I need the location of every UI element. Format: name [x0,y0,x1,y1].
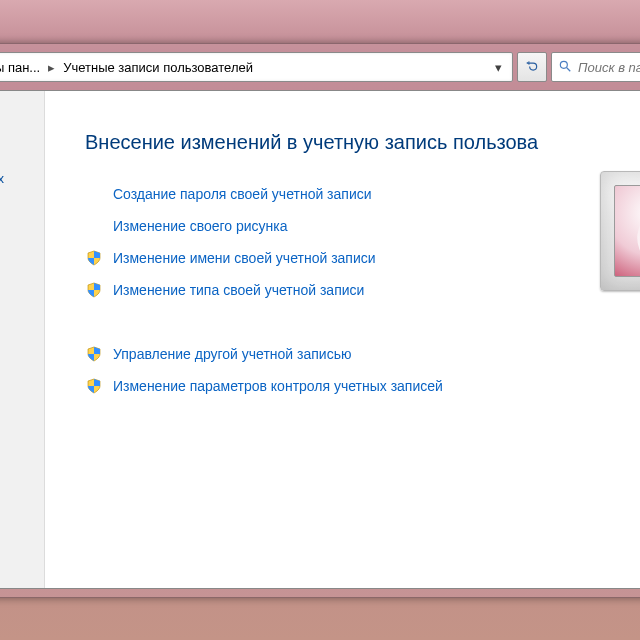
refresh-button[interactable] [517,52,547,82]
search-field[interactable] [551,52,640,82]
task-link[interactable]: Изменение типа своей учетной записи [85,282,640,298]
task-link-label: Управление другой учетной записью [113,346,351,362]
user-picture[interactable] [600,171,640,291]
page-title: Внесение изменений в учетную запись поль… [85,131,640,154]
task-link[interactable]: Создание пароля своей учетной записи [85,186,640,202]
svg-point-0 [560,61,567,68]
breadcrumb-dropdown-icon[interactable]: ▾ [489,60,508,75]
task-links: Создание пароля своей учетной записи Изм… [85,186,640,394]
uac-shield-icon [85,250,103,266]
toolbar: ты пан... ▸ Учетные записи пользователей… [0,52,640,82]
breadcrumb-separator-icon[interactable]: ▸ [46,60,57,75]
uac-shield-icon [85,282,103,298]
main-panel: Внесение изменений в учетную запись поль… [45,91,640,588]
breadcrumb-part-1[interactable]: ты пан... [0,60,46,75]
content-area: ных ых Внесение изменений в учетную запи… [0,90,640,589]
uac-shield-icon [85,346,103,362]
breadcrumb-part-2[interactable]: Учетные записи пользователей [57,60,259,75]
task-link[interactable]: Изменение своего рисунка [85,218,640,234]
search-icon [558,59,572,76]
control-panel-window: ты пан... ▸ Учетные записи пользователей… [0,43,640,598]
task-link-label: Изменение имени своей учетной записи [113,250,376,266]
refresh-icon [525,59,539,76]
sidebar: ных ых [0,91,45,588]
svg-line-1 [567,67,571,71]
breadcrumb[interactable]: ты пан... ▸ Учетные записи пользователей… [0,52,513,82]
search-input[interactable] [578,60,640,75]
sidebar-item[interactable]: ых [0,246,44,261]
task-link[interactable]: Управление другой учетной записью [85,346,640,362]
task-link[interactable]: Изменение параметров контроля учетных за… [85,378,640,394]
task-link-label: Изменение своего рисунка [113,218,288,234]
user-picture-image [614,185,640,277]
sidebar-item[interactable]: ных [0,171,44,186]
task-link-label: Изменение типа своей учетной записи [113,282,364,298]
task-link[interactable]: Изменение имени своей учетной записи [85,250,640,266]
uac-shield-icon [85,378,103,394]
task-link-label: Создание пароля своей учетной записи [113,186,372,202]
task-link-label: Изменение параметров контроля учетных за… [113,378,443,394]
